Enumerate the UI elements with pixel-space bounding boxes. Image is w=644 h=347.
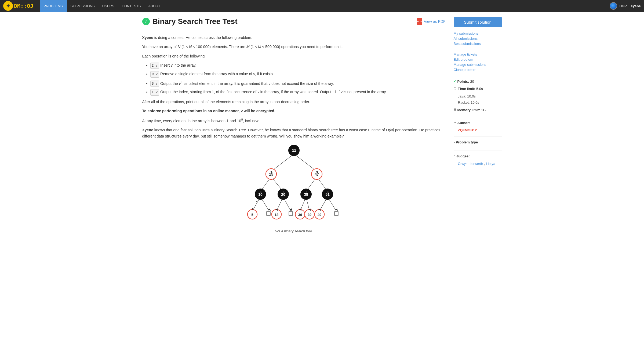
points-value: 20 — [470, 78, 474, 85]
para6-name: Xyene — [142, 128, 153, 132]
submit-solution-button[interactable]: Submit solution — [454, 17, 502, 27]
username[interactable]: Xyene — [631, 4, 641, 8]
op-remove-kbd: R v — [150, 71, 159, 77]
judges-list: Crwys , Iorwerth , Lletya — [454, 161, 502, 167]
manage-submissions-link[interactable]: Manage submissions — [454, 63, 502, 67]
svg-marker-49 — [268, 208, 271, 211]
best-submissions-link[interactable]: Best submissions — [454, 42, 502, 46]
clock-icon: ⏱ — [454, 86, 457, 92]
op-index-kbd: L v — [150, 89, 159, 95]
problem-title-row: ✓ Binary Search Tree Test PDF View as PD… — [142, 17, 446, 30]
problem-meta: ✓ Points: 20 ⏱ Time limit: 5.0s Java: 10… — [454, 78, 502, 117]
svg-line-0 — [271, 154, 294, 171]
judge3-link[interactable]: Lletya — [486, 162, 495, 166]
judges-section: ≡ Judges: Crwys , Iorwerth , Lletya — [454, 153, 502, 167]
intro-paragraph: Xyene is doing a contest. He comes acros… — [142, 35, 446, 41]
para4: To enforce performing operations in an o… — [142, 108, 446, 114]
nav-users[interactable]: USERS — [99, 0, 118, 12]
op-insert-kbd: I v — [150, 63, 159, 69]
chevron-right-icon: › — [454, 139, 455, 145]
memory-limit-label: Memory limit: — [457, 107, 480, 113]
judges-row: ≡ Judges: — [454, 153, 502, 159]
para1: You have an array of N (1 ≤ N ≤ 100 000)… — [142, 44, 446, 50]
operations-list: I v Insert v into the array. R v Remove … — [150, 62, 446, 95]
pdf-link-label: View as PDF — [424, 19, 446, 24]
svg-marker-51 — [290, 208, 292, 211]
edit-problem-link[interactable]: Edit problem — [454, 57, 502, 62]
problem-type-section: › Problem type — [454, 139, 502, 150]
all-submissions-link[interactable]: All submissions — [454, 37, 502, 41]
main-content: ✓ Binary Search Tree Test PDF View as PD… — [142, 17, 446, 239]
problem-type-row[interactable]: › Problem type — [454, 139, 502, 145]
user-greeting: Hello, — [619, 4, 628, 8]
judges-label: Judges: — [456, 153, 470, 159]
op-index: L v Output the index, starting from 1, o… — [150, 89, 446, 95]
check-icon: ✓ — [454, 78, 456, 84]
manage-tickets-link[interactable]: Manage tickets — [454, 52, 502, 56]
points-row: ✓ Points: 20 — [454, 78, 502, 85]
clone-problem-link[interactable]: Clone problem — [454, 68, 502, 72]
judge1-link[interactable]: Crwys — [458, 162, 468, 166]
java-time: Java: 10.0s — [454, 93, 502, 99]
svg-text:5: 5 — [251, 213, 253, 217]
author-link[interactable]: ZQFMGB12 — [458, 128, 477, 132]
memory-limit-value: 1G — [481, 107, 486, 113]
nav-about[interactable]: ABOUT — [144, 0, 164, 12]
intro-text: is doing a contest. He comes across the … — [153, 35, 252, 40]
svg-text:33: 33 — [292, 149, 296, 153]
sidebar: Submit solution My submissions All submi… — [454, 17, 502, 239]
problem-type-label: Problem type — [456, 139, 478, 145]
memory-icon: ▦ — [454, 107, 456, 112]
svg-text:10: 10 — [258, 192, 263, 197]
svg-marker-55 — [335, 208, 338, 211]
svg-text:47: 47 — [315, 172, 319, 176]
time-limit-row: ⏱ Time limit: 5.0s — [454, 86, 502, 92]
author-row: ✏ Author: — [454, 120, 502, 126]
author-name-row: ZQFMGB12 — [454, 127, 502, 133]
nav-links: PROBLEMS SUBMISSIONS USERS CONTESTS ABOU… — [40, 0, 164, 12]
racket-time: Racket: 10.0s — [454, 99, 502, 106]
svg-rect-34 — [289, 212, 293, 215]
problem-title: Binary Search Tree Test — [152, 17, 238, 26]
bst-svg: 33 15 47 10 x 20 — [224, 144, 364, 225]
solved-check-icon: ✓ — [142, 18, 150, 25]
bst-caption: Not a binary search tree. — [142, 229, 446, 234]
racket-label: Racket: — [458, 100, 470, 104]
author-label: Author: — [457, 120, 470, 126]
java-value: 10.0s — [467, 94, 476, 98]
view-as-pdf-link[interactable]: PDF View as PDF — [417, 18, 446, 25]
svg-text:15: 15 — [269, 172, 273, 176]
para6: Xyene knows that one fast solution uses … — [142, 127, 446, 139]
logo[interactable]: ✦ DM::OJ — [3, 1, 35, 11]
racket-value: 10.0s — [471, 100, 479, 104]
judge-icon: ≡ — [454, 153, 455, 158]
navbar: ✦ DM::OJ PROBLEMS SUBMISSIONS USERS CONT… — [0, 0, 644, 12]
op-smallest-kbd: S v — [150, 81, 159, 87]
author-section: ✏ Author: ZQFMGB12 — [454, 120, 502, 136]
svg-rect-41 — [334, 212, 338, 215]
svg-text:49: 49 — [317, 213, 321, 217]
para3: After all of the operations, print out a… — [142, 99, 446, 105]
my-submissions-link[interactable]: My submissions — [454, 31, 502, 35]
svg-text:36: 36 — [298, 213, 302, 217]
nav-contests[interactable]: CONTESTS — [118, 0, 145, 12]
nav-problems[interactable]: PROBLEMS — [40, 0, 67, 12]
op-smallest: S v Output the vth smallest element in t… — [150, 80, 446, 87]
svg-text:20: 20 — [281, 192, 285, 197]
logo-text: DM::OJ — [14, 3, 33, 9]
para2: Each operation is one of the following: — [142, 53, 446, 59]
nav-user-area: Hello, Xyene — [610, 2, 641, 10]
svg-text:39: 39 — [307, 213, 311, 217]
para5: At any time, every element in the array … — [142, 117, 446, 124]
judge2-link[interactable]: Iorwerth — [470, 162, 483, 166]
memory-limit-row: ▦ Memory limit: 1G — [454, 107, 502, 113]
logo-star-icon: ✦ — [3, 1, 13, 11]
time-limit-value: 5.0s — [476, 86, 483, 92]
intro-name: Xyene — [142, 35, 153, 40]
admin-links: Manage tickets Edit problem Manage submi… — [454, 52, 502, 75]
svg-text:38: 38 — [304, 192, 308, 197]
nav-submissions[interactable]: SUBMISSIONS — [67, 0, 99, 12]
svg-rect-31 — [267, 212, 270, 215]
avatar — [610, 2, 617, 10]
pdf-icon: PDF — [417, 18, 422, 25]
